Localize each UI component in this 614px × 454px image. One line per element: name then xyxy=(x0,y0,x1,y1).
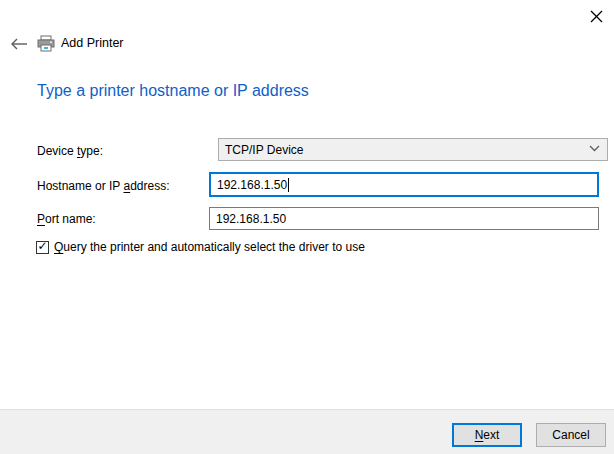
device-type-label: Device type: xyxy=(37,144,103,158)
port-name-label: Port name: xyxy=(37,212,96,226)
close-button[interactable] xyxy=(584,4,608,28)
printer-icon xyxy=(37,35,55,53)
hostname-label: Hostname or IP address: xyxy=(37,179,170,193)
add-printer-dialog: Add Printer Type a printer hostname or I… xyxy=(0,0,614,454)
hostname-value: 192.168.1.50 xyxy=(217,178,287,192)
page-heading: Type a printer hostname or IP address xyxy=(37,82,309,100)
device-type-select[interactable]: TCP/IP Device xyxy=(218,138,608,161)
next-button[interactable]: Next xyxy=(452,423,522,447)
port-name-input[interactable]: 192.168.1.50 xyxy=(209,207,599,230)
back-button[interactable] xyxy=(9,34,29,54)
close-icon xyxy=(590,10,603,23)
device-type-value: TCP/IP Device xyxy=(225,143,303,157)
back-arrow-icon xyxy=(11,38,28,50)
port-name-value: 192.168.1.50 xyxy=(216,212,286,226)
cancel-button[interactable]: Cancel xyxy=(536,423,606,447)
query-printer-checkbox-row[interactable]: ✓ Query the printer and automatically se… xyxy=(36,240,365,254)
chevron-down-icon xyxy=(589,145,600,152)
footer-bar: Next Cancel xyxy=(0,409,614,454)
wizard-header: Add Printer xyxy=(0,33,614,57)
hostname-input[interactable]: 192.168.1.50 xyxy=(209,172,599,197)
wizard-title: Add Printer xyxy=(61,36,124,50)
checkbox-checked[interactable]: ✓ xyxy=(36,241,49,254)
checkmark-icon: ✓ xyxy=(37,241,47,252)
query-printer-label: Query the printer and automatically sele… xyxy=(54,240,365,254)
text-caret xyxy=(288,178,289,192)
